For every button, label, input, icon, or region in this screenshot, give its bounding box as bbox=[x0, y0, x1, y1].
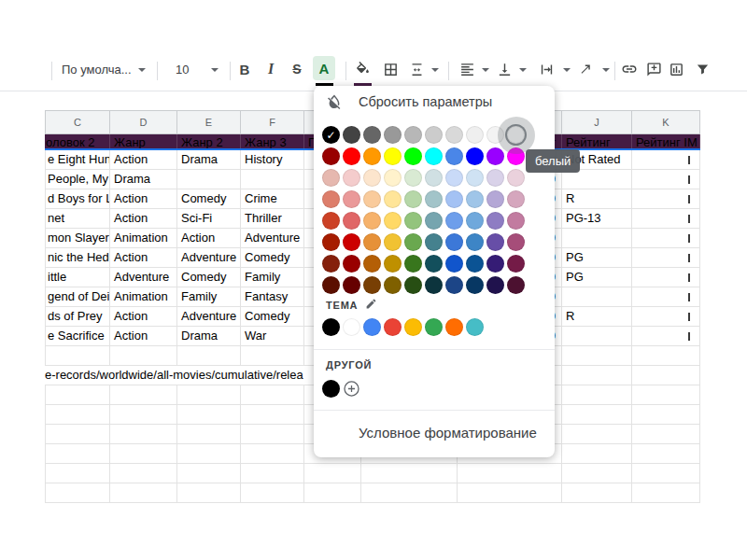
cell[interactable]: People, My bbox=[45, 170, 110, 189]
color-swatch[interactable] bbox=[322, 276, 340, 294]
color-swatch[interactable] bbox=[363, 147, 381, 165]
color-swatch[interactable] bbox=[507, 212, 525, 230]
color-swatch[interactable] bbox=[363, 255, 381, 273]
cell[interactable] bbox=[632, 189, 700, 209]
cell[interactable]: Action bbox=[110, 150, 177, 170]
color-swatch[interactable] bbox=[404, 212, 422, 230]
cell[interactable] bbox=[632, 287, 700, 307]
color-swatch[interactable] bbox=[425, 169, 443, 187]
color-swatch[interactable] bbox=[343, 276, 360, 294]
cell[interactable]: Animation bbox=[110, 229, 177, 248]
edit-theme-pencil-icon[interactable] bbox=[365, 298, 377, 310]
insert-chart-button[interactable] bbox=[663, 56, 689, 82]
color-swatch[interactable] bbox=[486, 255, 504, 273]
cell[interactable] bbox=[177, 385, 241, 405]
cell[interactable]: Action bbox=[110, 307, 177, 327]
color-swatch[interactable] bbox=[363, 126, 381, 144]
cell[interactable]: History bbox=[241, 150, 304, 170]
cell[interactable] bbox=[304, 464, 361, 483]
color-swatch[interactable] bbox=[343, 147, 360, 165]
color-swatch[interactable] bbox=[486, 276, 504, 294]
horizontal-align-button[interactable] bbox=[454, 56, 480, 82]
color-swatch[interactable] bbox=[363, 190, 381, 208]
cell[interactable] bbox=[241, 464, 304, 483]
cell[interactable] bbox=[177, 346, 241, 366]
cell[interactable]: Comedy bbox=[241, 248, 304, 268]
cell[interactable]: Action bbox=[110, 327, 177, 346]
color-swatch[interactable] bbox=[404, 147, 422, 165]
color-swatch[interactable] bbox=[343, 212, 360, 230]
color-swatch[interactable] bbox=[425, 147, 443, 165]
cell[interactable]: ittle bbox=[45, 268, 110, 287]
column-header[interactable]: K bbox=[632, 110, 700, 134]
color-swatch[interactable] bbox=[404, 126, 422, 144]
cell[interactable] bbox=[45, 346, 110, 366]
color-swatch[interactable] bbox=[425, 255, 443, 273]
cell[interactable] bbox=[562, 483, 632, 503]
color-swatch[interactable] bbox=[343, 190, 360, 208]
cell[interactable]: Family bbox=[241, 268, 304, 287]
cell[interactable]: Adventure bbox=[177, 248, 241, 268]
color-swatch[interactable] bbox=[425, 190, 443, 208]
cell[interactable]: Adventure bbox=[177, 307, 241, 327]
color-swatch[interactable] bbox=[486, 233, 504, 251]
strikethrough-button[interactable]: S bbox=[284, 56, 310, 82]
cell[interactable] bbox=[632, 170, 700, 189]
cell[interactable]: Comedy bbox=[177, 268, 241, 287]
column-header[interactable]: J bbox=[562, 110, 632, 134]
cell[interactable] bbox=[177, 483, 241, 503]
text-wrap-button[interactable] bbox=[533, 56, 559, 82]
color-swatch[interactable] bbox=[507, 255, 525, 273]
cell[interactable] bbox=[562, 464, 632, 483]
color-swatch[interactable] bbox=[445, 126, 463, 144]
color-swatch[interactable] bbox=[363, 233, 381, 251]
cell[interactable] bbox=[241, 444, 304, 464]
color-swatch[interactable] bbox=[343, 169, 360, 187]
color-swatch[interactable] bbox=[384, 147, 402, 165]
cell[interactable] bbox=[562, 170, 632, 189]
cell[interactable] bbox=[632, 366, 700, 385]
filter-button[interactable] bbox=[689, 56, 715, 82]
theme-color-swatch[interactable] bbox=[466, 318, 484, 336]
color-swatch[interactable] bbox=[486, 147, 504, 165]
color-swatch[interactable] bbox=[322, 190, 340, 208]
cell[interactable] bbox=[45, 464, 110, 483]
color-swatch[interactable] bbox=[322, 255, 340, 273]
theme-color-swatch[interactable] bbox=[384, 318, 402, 336]
cell[interactable]: ds of Prey bbox=[45, 307, 110, 327]
cell[interactable] bbox=[110, 464, 177, 483]
cell[interactable] bbox=[110, 425, 177, 444]
cell[interactable]: Adventure bbox=[241, 229, 304, 248]
cell[interactable] bbox=[177, 170, 241, 189]
merge-cells-button[interactable] bbox=[403, 56, 430, 82]
cell[interactable]: Action bbox=[110, 189, 177, 209]
cell[interactable] bbox=[241, 483, 304, 503]
color-swatch[interactable] bbox=[507, 276, 525, 294]
cell[interactable] bbox=[632, 248, 700, 268]
fill-color-button[interactable] bbox=[349, 56, 375, 82]
color-swatch[interactable] bbox=[425, 276, 443, 294]
color-swatch[interactable] bbox=[445, 212, 463, 230]
color-swatch[interactable] bbox=[322, 233, 340, 251]
color-swatch[interactable] bbox=[466, 255, 484, 273]
cell[interactable]: Comedy bbox=[241, 307, 304, 327]
cell[interactable] bbox=[177, 425, 241, 444]
cell[interactable] bbox=[45, 385, 110, 405]
color-swatch[interactable] bbox=[466, 169, 484, 187]
cell[interactable] bbox=[110, 385, 177, 405]
cell[interactable] bbox=[241, 346, 304, 366]
borders-button[interactable] bbox=[377, 56, 403, 82]
color-swatch[interactable] bbox=[404, 233, 422, 251]
theme-color-swatch[interactable] bbox=[445, 318, 463, 336]
color-swatch[interactable] bbox=[404, 255, 422, 273]
cell[interactable]: nic the Hedg bbox=[45, 248, 110, 268]
theme-color-swatch[interactable] bbox=[363, 318, 381, 336]
cell[interactable] bbox=[241, 405, 304, 425]
cell[interactable] bbox=[632, 444, 700, 464]
cell[interactable] bbox=[45, 405, 110, 425]
cell[interactable]: War bbox=[241, 327, 304, 346]
cell[interactable] bbox=[632, 307, 700, 327]
cell[interactable] bbox=[110, 483, 177, 503]
cell[interactable] bbox=[45, 444, 110, 464]
cell[interactable] bbox=[632, 483, 700, 503]
